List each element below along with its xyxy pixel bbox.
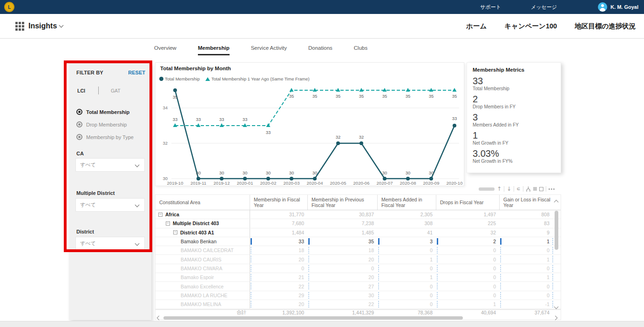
table-cell[interactable]: 18: [308, 246, 378, 254]
drill-up-icon[interactable]: ↑: [497, 186, 502, 192]
table-row[interactable]: BAMAKO CAILCEDRAT1818000: [156, 246, 561, 255]
table-cell[interactable]: 308: [378, 219, 436, 227]
table-cell[interactable]: 27: [308, 282, 378, 290]
radio-drop-membership[interactable]: Drop Membership: [76, 121, 127, 127]
nav-item-district-goals[interactable]: 地区目標の進捗状況: [575, 22, 636, 31]
lions-logo[interactable]: L: [4, 2, 14, 12]
table-cell[interactable]: 1: [500, 237, 553, 246]
horizontal-scrollbar[interactable]: [156, 315, 561, 320]
table-cell[interactable]: 1: [436, 300, 500, 308]
table-row[interactable]: −Multiple District 4037,6807,23830822583: [156, 219, 561, 228]
table-cell[interactable]: 2,305: [378, 210, 436, 219]
table-cell[interactable]: 32: [436, 228, 500, 237]
table-cell[interactable]: 225: [436, 219, 500, 227]
table-cell[interactable]: 41: [378, 228, 436, 237]
table-cell[interactable]: 1: [500, 255, 553, 263]
table-cell[interactable]: 20: [308, 255, 378, 263]
table-cell[interactable]: 2: [436, 237, 500, 246]
table-cell[interactable]: 0: [436, 291, 500, 300]
table-cell[interactable]: 0: [436, 246, 500, 254]
table-cell[interactable]: 808: [500, 210, 553, 219]
table-cell[interactable]: 0: [436, 264, 500, 273]
table-cell[interactable]: 0: [436, 255, 500, 263]
user-avatar[interactable]: [598, 2, 607, 12]
scrollbar-thumb[interactable]: [555, 211, 558, 250]
table-cell[interactable]: 1: [500, 273, 553, 281]
table-cell[interactable]: 1: [378, 255, 436, 263]
more-options-icon[interactable]: [549, 188, 555, 190]
table-cell[interactable]: 1,485: [308, 228, 378, 237]
tab-overview[interactable]: Overview: [154, 45, 176, 55]
table-cell[interactable]: 0: [500, 291, 553, 300]
column-header[interactable]: Membership in Fiscal Year: [250, 195, 308, 210]
table-cell[interactable]: 20: [250, 300, 308, 308]
scroll-down-icon[interactable]: [554, 305, 559, 309]
toggle-lci[interactable]: LCI: [77, 88, 85, 93]
scroll-left-icon[interactable]: [157, 316, 162, 320]
table-row[interactable]: BAMAKO CAURIS2020101: [156, 255, 561, 264]
table-row[interactable]: BAMAKO LA RUCHE2930000: [156, 291, 561, 300]
table-cell[interactable]: 30,837: [308, 210, 378, 219]
table-row[interactable]: Bamako Excellence2227000: [156, 282, 561, 291]
district-dropdown[interactable]: すべて: [75, 237, 145, 250]
table-cell[interactable]: 1,497: [436, 210, 500, 219]
column-header[interactable]: Gain or Loss in Fiscal Year: [500, 195, 553, 210]
scrollbar-thumb[interactable]: [479, 187, 495, 191]
support-link[interactable]: サポート: [480, 4, 501, 11]
collapse-row-icon[interactable]: −: [173, 230, 177, 234]
table-cell[interactable]: 0: [378, 264, 436, 273]
table-cell[interactable]: 0: [308, 264, 378, 273]
toggle-gat[interactable]: GAT: [111, 88, 121, 93]
radio-membership-by-type[interactable]: Membership by Type: [76, 134, 134, 140]
table-cell[interactable]: 0: [378, 291, 436, 300]
scrollbar-thumb[interactable]: [163, 316, 463, 320]
radio-total-membership[interactable]: Total Membership: [76, 109, 129, 115]
table-cell[interactable]: 0: [500, 264, 553, 273]
app-title-chevron-icon[interactable]: [59, 23, 64, 28]
tab-membership[interactable]: Membership: [198, 45, 230, 55]
collapse-row-icon[interactable]: −: [158, 213, 163, 217]
app-launcher-icon[interactable]: [15, 22, 24, 31]
table-row[interactable]: Bamako Espoir2120101: [156, 273, 561, 282]
table-cell[interactable]: 7,680: [250, 219, 308, 227]
table-cell[interactable]: 30: [308, 291, 378, 300]
table-cell[interactable]: 1: [378, 273, 436, 281]
table-cell[interactable]: 0: [250, 264, 308, 273]
app-title[interactable]: Insights: [28, 22, 57, 30]
column-header[interactable]: Membership in Previous Fiscal Year: [308, 195, 378, 210]
ca-dropdown[interactable]: すべて: [75, 158, 145, 172]
table-cell[interactable]: 31,770: [250, 210, 308, 219]
table-cell[interactable]: -1: [500, 300, 553, 308]
scroll-up-icon[interactable]: [554, 200, 559, 205]
multiple-district-dropdown[interactable]: すべて: [75, 198, 145, 212]
table-cell[interactable]: 20: [308, 273, 378, 281]
table-cell[interactable]: 0: [500, 246, 553, 254]
table-cell[interactable]: 83: [500, 219, 553, 227]
drill-down-icon[interactable]: ↓: [507, 186, 511, 192]
table-row[interactable]: BAMAKO MELINA202201-1: [156, 300, 561, 309]
messages-link[interactable]: メッセージ: [531, 4, 557, 11]
table-cell[interactable]: 29: [250, 291, 308, 300]
reset-button[interactable]: RESET: [128, 70, 145, 75]
column-header[interactable]: Drops in Fiscal Year: [436, 195, 500, 210]
collapse-row-icon[interactable]: −: [166, 221, 170, 226]
tab-clubs[interactable]: Clubs: [354, 45, 367, 55]
table-cell[interactable]: 0: [436, 282, 500, 290]
scroll-right-icon[interactable]: [553, 316, 558, 320]
toolbar-square-icon[interactable]: [533, 187, 537, 191]
nav-item-campaign100[interactable]: キャンペーン100: [504, 22, 557, 31]
table-cell[interactable]: 22: [250, 282, 308, 290]
legend-total-membership[interactable]: Total Membership: [159, 76, 200, 81]
table-cell[interactable]: 20: [250, 255, 308, 263]
table-cell[interactable]: 0: [378, 246, 436, 254]
table-cell[interactable]: 0: [500, 282, 553, 290]
table-cell[interactable]: 22: [308, 300, 378, 308]
table-cell[interactable]: 9: [500, 228, 553, 237]
column-header[interactable]: Members Added in Fiscal Year: [378, 195, 436, 210]
tab-service-activity[interactable]: Service Activity: [251, 45, 287, 55]
table-cell[interactable]: 0: [378, 300, 436, 308]
table-row[interactable]: −Africa31,77030,8372,3051,497808: [156, 210, 561, 219]
table-cell[interactable]: 18: [250, 246, 308, 254]
table-cell[interactable]: 0: [378, 282, 436, 290]
table-cell[interactable]: 7,238: [308, 219, 378, 227]
